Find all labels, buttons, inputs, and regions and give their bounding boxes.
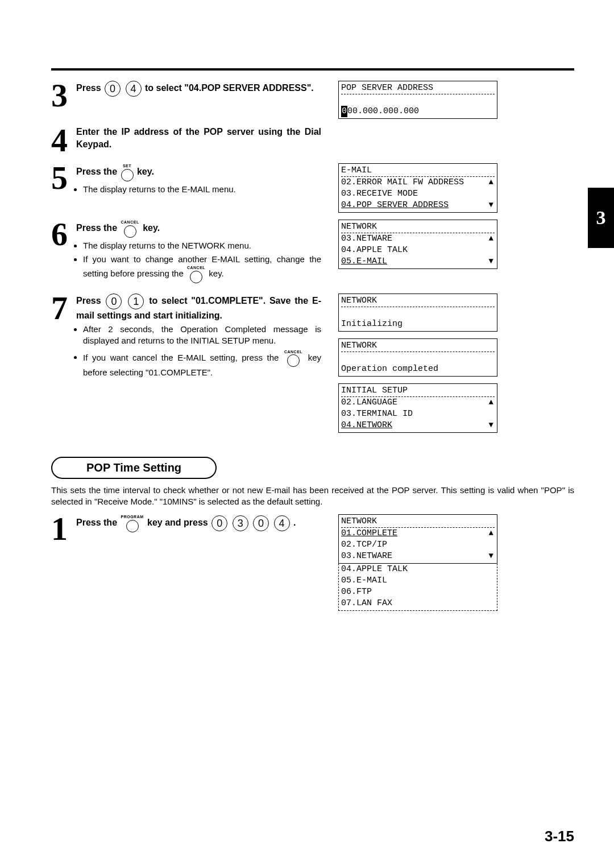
top-rule [51, 68, 574, 71]
lcd-row-selected: 04.NETWORK [341, 420, 495, 431]
lcd-title: INITIAL SETUP [341, 385, 495, 397]
lcd-email-menu: E-MAIL 02.ERROR MAIL FW ADDRESS 03.RECEI… [338, 163, 497, 213]
lcd-network-list: NETWORK 01.COMPLETE 02.TCP/IP 03.NETWARE [338, 514, 497, 564]
lcd-title: NETWORK [341, 295, 495, 307]
text: key. [209, 268, 223, 278]
lcd-row: 02.TCP/IP [341, 539, 495, 551]
lcd-completed: NETWORK Operation completed [338, 338, 497, 377]
step-number: 7 [51, 294, 76, 323]
lcd-row-selected: 04.POP SERVER ADDRESS [341, 200, 495, 211]
lcd-row: 02.ERROR MAIL FW ADDRESS [341, 177, 495, 188]
key-3: 3 [233, 515, 248, 531]
key-4: 4 [274, 515, 290, 531]
lcd-network-menu: NETWORK 03.NETWARE 04.APPLE TALK 05.E-MA… [338, 220, 497, 269]
text: Press the [76, 518, 117, 527]
section-intro: This sets the time interval to check whe… [51, 485, 574, 508]
step-4: 4 Enter the IP address of the POP server… [51, 126, 321, 155]
text: Press the [76, 223, 117, 233]
key-0: 0 [105, 81, 121, 97]
lcd-row: Operation completed [341, 363, 495, 375]
key-0: 0 [106, 294, 122, 309]
key-1: 1 [128, 294, 144, 309]
lcd-title: NETWORK [341, 221, 495, 233]
lcd-row: 03.NETWARE [341, 551, 495, 562]
lcd-network-list-extended: 04.APPLE TALK 05.E-MAIL 06.FTP 07.LAN FA… [338, 564, 497, 611]
bullet: After 2 seconds, the Operation Completed… [83, 324, 321, 347]
cursor-digit: 0 [341, 106, 347, 117]
text: key and press [147, 518, 208, 527]
lcd-row: 02.LANGUAGE [341, 397, 495, 408]
cancel-key-icon: CANCEL [284, 349, 302, 367]
lcd-title: NETWORK [341, 516, 495, 528]
lcd-pop-server: POP SERVER ADDRESS 000.000.000.000 [338, 81, 497, 119]
lcd-row: Initializing [341, 319, 495, 330]
set-key-icon: SET [121, 163, 134, 181]
section-heading: POP Time Setting [51, 457, 217, 479]
step-number: 1 [51, 514, 76, 544]
text: If you want cancel the E-MAIL setting, p… [83, 352, 279, 362]
step-6: 6 Press the CANCEL key. The display retu… [51, 220, 321, 285]
lcd-row: 04.APPLE TALK [341, 564, 495, 575]
key-0: 0 [253, 515, 269, 531]
bullet: The display returns to the NETWORK menu. [83, 240, 321, 251]
lcd-row: 05.E-MAIL [341, 575, 495, 586]
step-number: 5 [51, 163, 76, 193]
text: Press [76, 296, 101, 305]
lcd-row-selected: 01.COMPLETE [341, 528, 495, 539]
lcd-row: 06.FTP [341, 586, 495, 598]
manual-page: 3 3 Press 0 4 to select "04.POP SERVER A… [0, 0, 614, 868]
lcd-title: NETWORK [341, 340, 495, 352]
text: Enter the IP address of the POP server u… [76, 127, 321, 149]
lcd-initial-setup: INITIAL SETUP 02.LANGUAGE 03.TERMINAL ID… [338, 383, 497, 433]
program-key-icon: PROGRAM [121, 514, 144, 532]
bullet: If you want to change another E-MAIL set… [83, 254, 321, 283]
bullet: The display returns to the E-MAIL menu. [83, 184, 321, 195]
key-0: 0 [211, 515, 227, 531]
bullet: If you want cancel the E-MAIL setting, p… [83, 349, 321, 379]
lcd-row: 03.RECEIVE MODE [341, 188, 495, 200]
page-number: 3-15 [545, 828, 574, 845]
step-3: 3 Press 0 4 to select "04.POP SERVER ADD… [51, 81, 321, 110]
pop-time-step-1: 1 Press the PROGRAM key and press 0 3 0 … [51, 514, 321, 544]
lcd-row: 03.NETWARE [341, 233, 495, 245]
cancel-key-icon: CANCEL [121, 220, 139, 237]
cancel-key-icon: CANCEL [187, 265, 205, 283]
chapter-tab: 3 [588, 188, 614, 248]
text: key. [143, 223, 160, 233]
lcd-row: 07.LAN FAX [341, 598, 495, 609]
lcd-row: 03.TERMINAL ID [341, 408, 495, 420]
step-number: 6 [51, 220, 76, 249]
lcd-title: E-MAIL [341, 165, 495, 177]
key-4: 4 [126, 81, 142, 97]
text: . [293, 518, 296, 527]
lcd-title: POP SERVER ADDRESS [341, 82, 495, 94]
lcd-initializing: NETWORK Initializing [338, 294, 497, 332]
lcd-row-selected: 05.E-MAIL [341, 256, 495, 267]
step-number: 4 [51, 126, 76, 155]
step-7: 7 Press 0 1 to select "01.COMPLETE". Sav… [51, 294, 321, 381]
text: Press [76, 83, 101, 93]
text: key. [137, 167, 154, 176]
lcd-row: 04.APPLE TALK [341, 245, 495, 256]
text: to select "04.POP SERVER ADDRESS". [145, 83, 314, 93]
text: Press the [76, 167, 117, 176]
step-number: 3 [51, 81, 76, 110]
ip-rest: 00.000.000.000 [347, 106, 419, 116]
section-heading-wrap: POP Time Setting [51, 457, 574, 479]
step-5: 5 Press the SET key. The display returns… [51, 163, 321, 197]
